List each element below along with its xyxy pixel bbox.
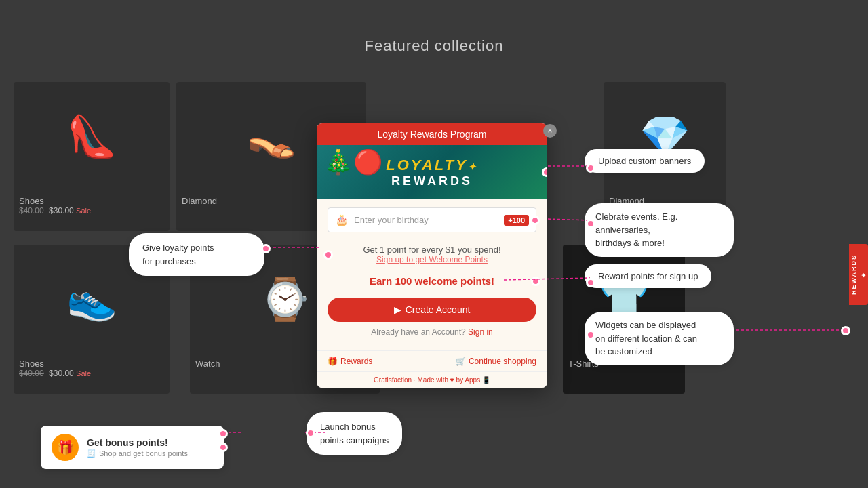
widgets-dot xyxy=(586,330,595,340)
widgets-right-dot xyxy=(841,326,850,336)
give-points-dot xyxy=(261,244,271,253)
powered-made: · Made with ♥ by xyxy=(414,376,463,384)
already-account-text: Already have an Account? Sign in xyxy=(328,327,536,337)
points-earn-dot xyxy=(323,250,333,260)
banner-rewards-text: REWARDS xyxy=(386,174,477,188)
callout-text: Upload custom banners xyxy=(598,156,691,166)
points-earn-text: Get 1 point for every $1 you spend! xyxy=(328,245,536,255)
bonus-subtitle: 🧾 Shop and get bonus points! xyxy=(87,449,190,458)
give-points-text: Give loyalty pointsfor purchases xyxy=(142,243,214,266)
birthday-connector-dot xyxy=(530,216,540,225)
create-account-label: Create Account xyxy=(406,304,471,315)
page-title: Featured collection xyxy=(0,0,868,55)
banner-decoration: 🎄🔴 xyxy=(323,148,383,176)
rewards-tab[interactable]: REWARDS ✦ xyxy=(849,244,868,305)
welcome-connector-dot xyxy=(531,277,540,286)
bonus-title: Get bonus points! xyxy=(87,437,190,448)
callout-launch-bonus: Launch bonuspoints campaigns xyxy=(307,412,402,455)
reward-points-dot xyxy=(586,278,595,287)
powered-apps: Apps xyxy=(465,376,480,384)
banner-text-block: LOYALTY✦ REWARDS xyxy=(386,157,477,188)
launch-bonus-text: Launch bonuspoints campaigns xyxy=(320,422,389,445)
cart-icon: 🛒 xyxy=(456,357,466,366)
product-info: Shoes $40.00 $30.00 Sale xyxy=(14,353,170,384)
close-icon: × xyxy=(547,126,552,136)
modal-title: Loyalty Rewards Program xyxy=(377,129,486,140)
sign-up-link[interactable]: Sign up to get Welcome Points xyxy=(328,255,536,264)
loyalty-modal: Loyalty Rewards Program 🎄🔴 LOYALTY✦ REWA… xyxy=(317,123,547,388)
birthday-row: 🎂 Enter your birthday +100 xyxy=(328,207,536,232)
birthday-badge: +100 xyxy=(504,215,529,226)
modal-footer-links: 🎁 Rewards 🛒 Continue shopping xyxy=(317,350,547,371)
points-earn-row: Get 1 point for every $1 you spend! Sign… xyxy=(328,239,536,270)
celebrate-events-dot xyxy=(586,219,595,228)
product-name: Shoes xyxy=(19,359,164,369)
rewards-tab-container[interactable]: REWARDS ✦ xyxy=(849,244,868,298)
birthday-placeholder[interactable]: Enter your birthday xyxy=(354,215,498,225)
bonus-text: Get bonus points! 🧾 Shop and get bonus p… xyxy=(87,437,190,458)
celebrate-text: Clebrate events. E.g.anniversaries,birth… xyxy=(595,211,677,248)
product-info: Shoes $40.00 $30.00 Sale xyxy=(14,190,170,221)
banner-right-dot xyxy=(542,167,547,177)
modal-header: Loyalty Rewards Program xyxy=(317,123,547,145)
product-card-shoes: 👠 Shoes $40.00 $30.00 Sale xyxy=(14,82,170,231)
upload-banners-dot xyxy=(586,163,595,173)
gift-icon: 🎁 xyxy=(328,357,338,366)
product-price: $40.00 $30.00 Sale xyxy=(19,206,164,216)
modal-close-button[interactable]: × xyxy=(543,124,557,138)
powered-brand: Gratisfaction xyxy=(374,376,412,384)
sign-in-link[interactable]: Sign in xyxy=(468,327,493,337)
rewards-tab-star: ✦ xyxy=(860,270,867,279)
banner-loyalty-text: LOYALTY✦ xyxy=(386,157,477,174)
bonus-widget-connector-dot xyxy=(218,443,228,452)
bonus-icon: 🎁 xyxy=(52,434,79,461)
product-name: Shoes xyxy=(19,196,164,206)
banner-star-icon: ✦ xyxy=(468,161,478,172)
create-account-button[interactable]: ▶ Create Account xyxy=(328,298,536,322)
launch-bonus-dot xyxy=(306,428,315,438)
reward-points-text: Reward points for sign up xyxy=(598,271,698,281)
bonus-widget-dot xyxy=(218,429,228,439)
welcome-points-row: Earn 100 welcome points! xyxy=(328,270,536,292)
modal-powered-by: Gratisfaction · Made with ♥ by Apps 📱 xyxy=(317,371,547,388)
callout-celebrate-events: Clebrate events. E.g.anniversaries,birth… xyxy=(585,203,734,257)
rewards-link-label: Rewards xyxy=(340,357,372,366)
callout-reward-points: Reward points for sign up xyxy=(585,264,711,288)
powered-apps-logo: 📱 xyxy=(482,376,490,384)
birthday-icon: 🎂 xyxy=(335,214,349,226)
rewards-tab-label: REWARDS xyxy=(850,254,857,295)
bonus-subtitle-text: Shop and get bonus points! xyxy=(99,449,190,458)
widgets-text: Widgets can be displayedon different loc… xyxy=(595,320,697,357)
modal-banner: 🎄🔴 LOYALTY✦ REWARDS xyxy=(317,145,547,199)
product-price: $40.00 $30.00 Sale xyxy=(19,369,164,378)
welcome-points-text: Earn 100 welcome points! xyxy=(328,275,536,287)
callout-upload-banners: Upload custom banners xyxy=(585,149,705,173)
continue-shopping-label: Continue shopping xyxy=(469,357,536,366)
callout-widgets: Widgets can be displayedon different loc… xyxy=(585,312,734,365)
receipt-icon: 🧾 xyxy=(87,449,96,458)
product-image: 💎 xyxy=(604,82,726,190)
play-icon: ▶ xyxy=(394,304,401,315)
gift-icon: 🎁 xyxy=(57,439,74,455)
callout-give-points: Give loyalty pointsfor purchases xyxy=(129,233,264,276)
continue-shopping-link[interactable]: 🛒 Continue shopping xyxy=(456,357,536,366)
product-image: 👠 xyxy=(14,82,170,190)
modal-body: 🎂 Enter your birthday +100 Get 1 point f… xyxy=(317,199,547,350)
bonus-points-widget: 🎁 Get bonus points! 🧾 Shop and get bonus… xyxy=(41,426,224,469)
rewards-link[interactable]: 🎁 Rewards xyxy=(328,357,372,366)
